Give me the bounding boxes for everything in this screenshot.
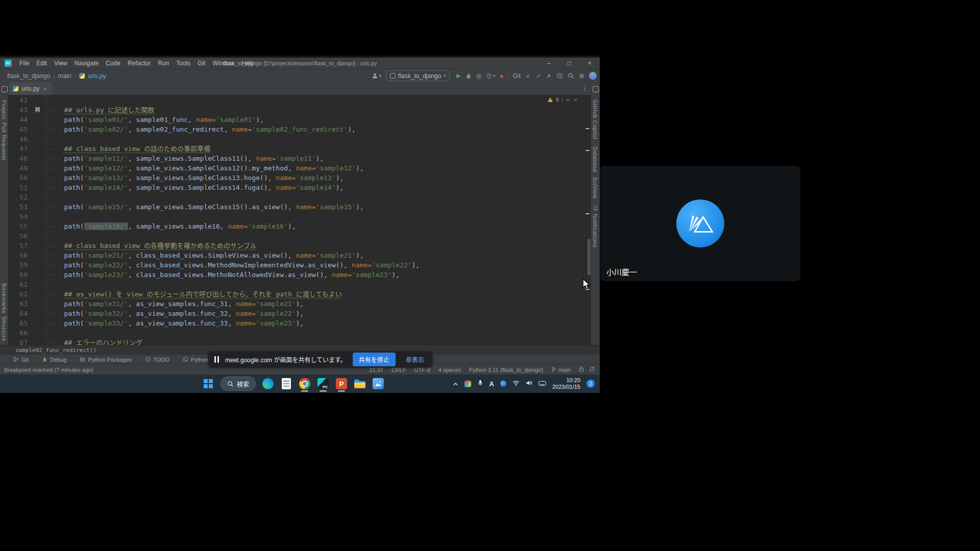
code-line[interactable]: 43···## urls.py に記述した関数 xyxy=(8,105,591,115)
gutter-slot[interactable] xyxy=(28,280,47,289)
taskbar-clock[interactable]: 10:20 2023/01/15 xyxy=(552,377,580,390)
line-number[interactable]: 45 xyxy=(8,124,28,134)
status-crlf[interactable]: CRLF xyxy=(391,367,406,373)
gutter-slot[interactable] xyxy=(28,95,47,105)
code-line[interactable]: 57···## class based view の各種挙動を確かめるためのサン… xyxy=(8,241,591,251)
code-line[interactable]: 66 xyxy=(8,328,591,338)
gutter-slot[interactable] xyxy=(28,163,47,173)
gutter-slot[interactable] xyxy=(28,124,47,134)
code-line[interactable]: 56 xyxy=(8,231,591,241)
line-number[interactable]: 53 xyxy=(8,202,28,212)
line-number[interactable]: 58 xyxy=(8,251,28,260)
code-line[interactable]: 45···path('sample02/', sample02_func_red… xyxy=(8,124,591,134)
gutter-slot[interactable] xyxy=(28,134,47,144)
gutter-slot[interactable] xyxy=(28,202,47,212)
search-icon[interactable] xyxy=(568,72,574,79)
line-number[interactable]: 48 xyxy=(8,154,28,163)
profiler-button[interactable]: ▾ xyxy=(486,73,495,79)
tool-stripe-database[interactable]: Database xyxy=(592,146,598,172)
line-number[interactable]: 47 xyxy=(8,144,28,154)
line-number[interactable]: 66 xyxy=(8,328,28,338)
participant-tile[interactable]: 小川慶一 xyxy=(600,166,800,281)
wifi-icon[interactable] xyxy=(512,379,520,388)
menu-window[interactable]: Window xyxy=(209,58,238,69)
git-commit-icon[interactable]: ✓ xyxy=(536,72,541,80)
stripe-mark[interactable] xyxy=(585,150,590,151)
chrome-icon[interactable] xyxy=(299,374,311,393)
tool-stripe-pull-requests[interactable]: Pull Requests xyxy=(1,122,7,160)
gutter-slot[interactable] xyxy=(28,309,47,318)
notifications-bell-icon[interactable] xyxy=(593,204,598,213)
line-number[interactable]: 50 xyxy=(8,173,28,183)
gutter-slot[interactable] xyxy=(28,154,47,163)
line-number[interactable]: 59 xyxy=(8,260,28,270)
gutter-slot[interactable] xyxy=(28,289,47,299)
microphone-icon[interactable] xyxy=(477,379,483,388)
powerpoint-icon[interactable]: P xyxy=(335,374,348,393)
code-line[interactable]: 59···path('sample22/', class_based_views… xyxy=(8,260,591,270)
code-line[interactable]: 46 xyxy=(8,134,591,144)
ime-indicator[interactable]: A xyxy=(489,380,494,388)
run-config-select[interactable]: flask_to_django ▾ xyxy=(386,70,450,81)
line-number[interactable]: 57 xyxy=(8,241,28,251)
stripe-mark[interactable] xyxy=(585,213,590,214)
git-push-icon[interactable] xyxy=(546,73,552,79)
tool-stripe-bookmarks[interactable]: Bookmarks xyxy=(1,283,7,314)
line-number[interactable]: 65 xyxy=(8,318,28,328)
more-options-icon[interactable]: ⋮ xyxy=(581,84,588,92)
gutter-slot[interactable] xyxy=(28,173,47,183)
gutter-slot[interactable] xyxy=(28,318,47,328)
scrollbar[interactable] xyxy=(587,239,591,276)
line-number[interactable]: 42 xyxy=(8,95,28,105)
status-utf-8[interactable]: UTF-8 xyxy=(414,367,430,373)
git-widget-label[interactable]: Git xyxy=(513,72,521,80)
gutter-slot[interactable] xyxy=(28,105,47,115)
code-line[interactable]: 55···path('sample16/', sample_views.samp… xyxy=(8,221,591,231)
status-main[interactable]: main xyxy=(551,366,571,373)
code-line[interactable]: 50···path('sample13/', sample_views.Samp… xyxy=(8,173,591,183)
tab-close-icon[interactable]: × xyxy=(43,86,46,92)
code-line[interactable]: 49···path('sample12/', sample_views.Samp… xyxy=(8,163,591,173)
line-number[interactable]: 46 xyxy=(8,134,28,144)
notification-bell-icon[interactable] xyxy=(589,366,595,373)
line-number[interactable]: 63 xyxy=(8,299,28,309)
code-line[interactable]: 42 xyxy=(8,95,591,105)
minimize-button[interactable]: – xyxy=(538,58,559,69)
inspections-widget[interactable]: 6 xyxy=(548,96,578,103)
photos-icon[interactable] xyxy=(372,374,384,393)
menu-help[interactable]: Help xyxy=(238,58,258,69)
start-button[interactable] xyxy=(202,374,214,393)
status-4-spaces[interactable]: 4 spaces xyxy=(438,367,461,373)
code-line[interactable]: 60···path('sample23/', class_based_views… xyxy=(8,270,591,280)
gutter-slot[interactable] xyxy=(28,260,47,270)
code-line[interactable]: 61 xyxy=(8,280,591,289)
tray-chevron-icon[interactable] xyxy=(453,379,458,388)
user-avatar[interactable] xyxy=(589,72,597,80)
code-editor[interactable]: 4243···## urls.py に記述した関数44···path('samp… xyxy=(8,95,591,345)
gutter-slot[interactable] xyxy=(28,241,47,251)
tool-stripe-sciview[interactable]: SciView xyxy=(592,177,598,198)
code-line[interactable]: 54 xyxy=(8,212,591,221)
prev-warning-icon[interactable] xyxy=(566,96,570,103)
tool-stripe-structure[interactable]: Structure xyxy=(1,316,7,341)
pycharm-taskbar-icon[interactable]: PC xyxy=(317,374,329,393)
touch-keyboard-icon[interactable] xyxy=(538,379,546,388)
hide-button[interactable]: 非表示 xyxy=(402,353,428,366)
gutter-slot[interactable] xyxy=(28,299,47,309)
screen-share-indicator-icon[interactable] xyxy=(500,381,506,387)
tool-stripe-notifications[interactable]: Notifications xyxy=(592,214,598,247)
line-number[interactable]: 44 xyxy=(8,115,28,124)
menu-tools[interactable]: Tools xyxy=(173,58,194,69)
gutter-slot[interactable] xyxy=(28,251,47,260)
volume-icon[interactable] xyxy=(526,379,532,388)
code-line[interactable]: 65···path('sample33/', as_view_samples.f… xyxy=(8,318,591,328)
breadcrumb-urls-py[interactable]: urls.py xyxy=(88,72,106,80)
gutter-slot[interactable] xyxy=(28,231,47,241)
menu-code[interactable]: Code xyxy=(102,58,124,69)
code-line[interactable]: 67···## エラーのハンドリング xyxy=(8,338,591,345)
line-number[interactable]: 64 xyxy=(8,309,28,318)
code-line[interactable]: 53···path('sample15/', sample_views.Samp… xyxy=(8,202,591,212)
menu-run[interactable]: Run xyxy=(154,58,173,69)
line-number[interactable]: 54 xyxy=(8,212,28,221)
status-21-37[interactable]: 21:37 xyxy=(369,367,383,373)
